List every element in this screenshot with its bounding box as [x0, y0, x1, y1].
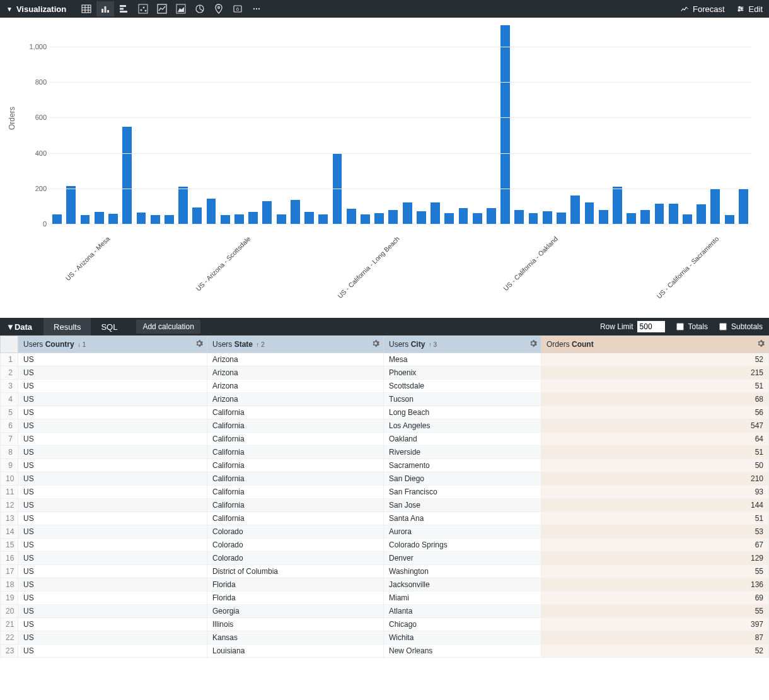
bar[interactable] — [710, 189, 720, 224]
cell-dimension[interactable]: Colorado — [207, 525, 384, 539]
cell-dimension[interactable]: US — [18, 552, 207, 565]
bar-slot[interactable] — [512, 29, 526, 224]
table-row[interactable]: 17USDistrict of ColumbiaWashington55 — [1, 565, 769, 578]
cell-dimension[interactable]: California — [207, 419, 384, 433]
column-header[interactable]: Users State ↑ 2 — [207, 336, 384, 353]
cell-measure[interactable]: 547 — [541, 419, 769, 433]
totals-checkbox[interactable] — [676, 323, 684, 330]
cell-dimension[interactable]: US — [18, 393, 207, 406]
table-row[interactable]: 18USFloridaJacksonville136 — [1, 578, 769, 592]
table-row[interactable]: 6USCaliforniaLos Angeles547 — [1, 419, 769, 433]
bar[interactable] — [725, 215, 734, 224]
bar-slot[interactable] — [569, 29, 582, 224]
bar[interactable] — [234, 214, 244, 224]
bar-slot[interactable] — [681, 29, 694, 224]
cell-dimension[interactable]: Florida — [207, 578, 384, 592]
bar[interactable] — [108, 214, 118, 224]
cell-dimension[interactable]: California — [207, 512, 384, 525]
bar[interactable] — [66, 186, 76, 224]
column-header[interactable]: Users Country ↓ 1 — [18, 336, 207, 353]
cell-measure[interactable]: 87 — [541, 631, 769, 645]
cell-dimension[interactable]: Sacramento — [384, 459, 541, 472]
bar-slot[interactable] — [359, 29, 372, 224]
cell-dimension[interactable]: US — [18, 433, 207, 446]
vis-type-column[interactable] — [96, 1, 114, 16]
cell-dimension[interactable]: Tucson — [384, 393, 541, 406]
bar-slot[interactable] — [442, 29, 456, 224]
cell-dimension[interactable]: California — [207, 486, 384, 499]
cell-dimension[interactable]: Santa Ana — [384, 512, 541, 525]
gear-icon[interactable] — [529, 340, 537, 349]
gear-icon[interactable] — [372, 340, 379, 349]
vis-type-single-value[interactable]: 6 — [229, 1, 246, 16]
cell-dimension[interactable]: California — [207, 433, 384, 446]
bar-slot[interactable] — [316, 29, 330, 224]
bar[interactable] — [151, 215, 160, 224]
bar-slot[interactable] — [541, 29, 554, 224]
bar-slot[interactable] — [708, 29, 722, 224]
cell-dimension[interactable]: US — [18, 631, 207, 645]
bar[interactable] — [613, 187, 622, 224]
cell-dimension[interactable]: Phoenix — [384, 366, 541, 380]
vis-type-more[interactable] — [248, 1, 265, 16]
bar[interactable] — [585, 202, 594, 224]
cell-dimension[interactable]: Arizona — [207, 393, 384, 406]
table-row[interactable]: 8USCaliforniaRiverside51 — [1, 446, 769, 459]
table-row[interactable]: 22USKansasWichita87 — [1, 631, 769, 645]
vis-type-table[interactable] — [78, 1, 95, 16]
bar[interactable] — [122, 127, 132, 224]
bar[interactable] — [165, 215, 174, 224]
cell-dimension[interactable]: District of Columbia — [207, 565, 384, 578]
cell-measure[interactable]: 68 — [541, 393, 769, 406]
cell-dimension[interactable]: US — [18, 592, 207, 605]
bar-slot[interactable] — [64, 29, 78, 224]
cell-dimension[interactable]: California — [207, 472, 384, 486]
bar-slot[interactable] — [695, 29, 708, 224]
subtotals-toggle[interactable]: Subtotals — [717, 321, 763, 332]
cell-dimension[interactable]: California — [207, 459, 384, 472]
totals-toggle[interactable]: Totals — [674, 321, 708, 332]
bar[interactable] — [529, 213, 538, 224]
bar[interactable] — [459, 208, 468, 224]
bar-slot[interactable] — [526, 29, 540, 224]
bar-slot[interactable] — [582, 29, 596, 224]
bar[interactable] — [570, 195, 580, 224]
bar-slot[interactable] — [190, 29, 204, 224]
cell-dimension[interactable]: Chicago — [384, 618, 541, 631]
cell-dimension[interactable]: Denver — [384, 552, 541, 565]
cell-measure[interactable]: 129 — [541, 552, 769, 565]
cell-dimension[interactable]: Wichita — [384, 631, 541, 645]
cell-dimension[interactable]: Louisiana — [207, 645, 384, 658]
bar-slot[interactable] — [485, 29, 498, 224]
table-row[interactable]: 20USGeorgiaAtlanta55 — [1, 605, 769, 618]
cell-measure[interactable]: 93 — [541, 486, 769, 499]
bar[interactable] — [137, 213, 146, 224]
bar[interactable] — [557, 213, 566, 224]
cell-dimension[interactable]: US — [18, 486, 207, 499]
cell-measure[interactable]: 397 — [541, 618, 769, 631]
bar-slot[interactable] — [149, 29, 162, 224]
cell-dimension[interactable]: US — [18, 353, 207, 366]
bar-slot[interactable] — [597, 29, 610, 224]
cell-dimension[interactable]: US — [18, 645, 207, 658]
table-row[interactable]: 11USCaliforniaSan Francisco93 — [1, 486, 769, 499]
bar[interactable] — [262, 201, 272, 224]
cell-dimension[interactable]: Colorado — [207, 552, 384, 565]
bar-slot[interactable] — [289, 29, 302, 224]
edit-button[interactable]: Edit — [736, 4, 763, 14]
cell-dimension[interactable]: US — [18, 578, 207, 592]
bar[interactable] — [248, 212, 258, 224]
cell-dimension[interactable]: US — [18, 605, 207, 618]
bar[interactable] — [655, 204, 664, 224]
table-row[interactable]: 7USCaliforniaOakland64 — [1, 433, 769, 446]
bar[interactable] — [207, 199, 216, 224]
cell-dimension[interactable]: US — [18, 565, 207, 578]
bar-slot[interactable] — [260, 29, 274, 224]
bar[interactable] — [431, 202, 440, 224]
table-row[interactable]: 21USIllinoisChicago397 — [1, 618, 769, 631]
bar-slot[interactable] — [93, 29, 106, 224]
cell-measure[interactable]: 210 — [541, 472, 769, 486]
bar-slot[interactable] — [429, 29, 442, 224]
bar-slot[interactable] — [204, 29, 217, 224]
cell-measure[interactable]: 69 — [541, 592, 769, 605]
